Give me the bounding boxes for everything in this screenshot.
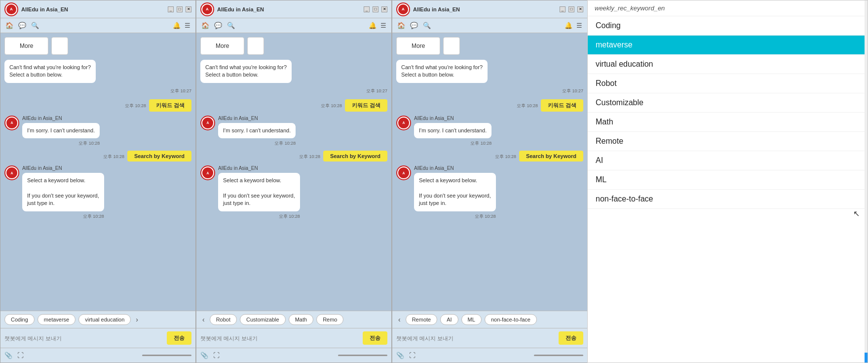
keyword-remote-3[interactable]: Remote — [406, 314, 438, 325]
titlebar-title-2: AllEdu in Asia_EN — [217, 6, 264, 12]
search-by-keyword-btn-1[interactable]: Search by Keyword — [127, 151, 191, 161]
keyword-coding-1[interactable]: Coding — [4, 314, 35, 325]
dropdown-item-customizable[interactable]: Customizable — [588, 93, 868, 113]
bot-avatar-inner-5: A — [398, 118, 409, 128]
sorry-bubble-2: I'm sorry. I can't understand. — [218, 123, 296, 138]
select-time-3: 오후 10:28 — [414, 213, 496, 220]
dropdown-item-robot[interactable]: Robot — [588, 74, 868, 93]
keywords-left-arrow-3[interactable]: ‹ — [396, 315, 403, 324]
close-btn-2[interactable]: ✕ — [381, 6, 387, 12]
dropdown-item-virtual[interactable]: virtual education — [588, 55, 868, 74]
dropdown-item-ai[interactable]: AI — [588, 151, 868, 170]
search-icon-1[interactable]: 🔍 — [31, 22, 39, 29]
expand-icon-1[interactable]: ⛶ — [17, 352, 24, 359]
keyword-search-btn-3[interactable]: 키워드 검색 — [541, 99, 583, 112]
chat-icon-3[interactable]: 💬 — [410, 22, 418, 29]
keywords-bar-1: Coding metaverse virtual education › — [0, 311, 195, 328]
chat-icon-2[interactable]: 💬 — [214, 22, 222, 29]
attachment-icon-2[interactable]: 📎 — [200, 352, 208, 359]
home-icon-2[interactable]: 🏠 — [201, 22, 209, 29]
attachment-icon-1[interactable]: 📎 — [4, 352, 12, 359]
keyword-ml-3[interactable]: ML — [461, 314, 482, 325]
more-button-small-3[interactable] — [443, 37, 460, 55]
footer-slider-2[interactable] — [338, 355, 387, 356]
chat-input-2[interactable] — [200, 335, 360, 341]
bell-icon-1[interactable]: 🔔 — [173, 22, 181, 29]
bot-avatar-1: A — [4, 116, 19, 130]
maximize-btn-2[interactable]: □ — [373, 6, 378, 12]
search-icon-2[interactable]: 🔍 — [227, 22, 235, 29]
titlebar-3: A AllEdu in Asia_EN _ □ ✕ — [392, 0, 587, 18]
more-button-1[interactable]: More — [4, 37, 48, 55]
footer-slider-1[interactable] — [142, 355, 191, 356]
search-keyword-row-2: 오후 10:28 Search by Keyword — [200, 151, 387, 161]
minimize-btn-1[interactable]: _ — [168, 6, 174, 12]
keyword-virtual-1[interactable]: virtual education — [78, 314, 131, 325]
close-btn-3[interactable]: ✕ — [577, 6, 583, 12]
bot-select-block-3: AllEdu in Asia_EN Select a keyword below… — [414, 165, 496, 220]
footer-slider-3[interactable] — [534, 355, 583, 356]
cant-find-bubble-2: Can't find what you're looking for?Selec… — [200, 60, 292, 83]
maximize-btn-3[interactable]: □ — [568, 6, 574, 12]
keyword-nonface-3[interactable]: non-face-to-face — [485, 314, 537, 325]
more-button-2[interactable]: More — [200, 37, 244, 55]
close-btn-1[interactable]: ✕ — [186, 6, 191, 12]
chat-panels-container: A AllEdu in Asia_EN _ □ ✕ 🏠 💬 🔍 🔔 ☰ — [0, 0, 587, 363]
keyword-robot-2[interactable]: Robot — [210, 314, 237, 325]
maximize-btn-1[interactable]: □ — [177, 6, 183, 12]
expand-icon-3[interactable]: ⛶ — [409, 352, 415, 359]
dropdown-item-nonface[interactable]: non-face-to-face ↖ — [588, 190, 868, 209]
attachment-icon-3[interactable]: 📎 — [396, 352, 404, 359]
select-bubble-1: Select a keyword below.If you don't see … — [22, 173, 104, 211]
minimize-btn-3[interactable]: _ — [560, 6, 566, 12]
bell-icon-3[interactable]: 🔔 — [565, 22, 572, 29]
time-3-4: 오후 10:28 — [495, 154, 516, 160]
send-btn-2[interactable]: 전송 — [363, 331, 387, 345]
bot-avatar-5: A — [396, 116, 411, 130]
menu-icon-1[interactable]: ☰ — [185, 22, 190, 29]
bot-message-row-3: Can't find what you're looking for?Selec… — [396, 60, 583, 83]
keywords-left-arrow-2[interactable]: ‹ — [200, 315, 207, 324]
titlebar-controls-2: _ □ ✕ — [364, 6, 387, 12]
menu-icon-3[interactable]: ☰ — [576, 22, 582, 29]
minimize-btn-2[interactable]: _ — [364, 6, 370, 12]
app-logo-1: A — [4, 2, 18, 16]
expand-icon-2[interactable]: ⛶ — [213, 352, 220, 359]
bot-avatar-4: A — [200, 165, 215, 180]
home-icon-1[interactable]: 🏠 — [5, 22, 13, 29]
titlebar-controls-3: _ □ ✕ — [560, 6, 583, 12]
keyword-math-2[interactable]: Math — [289, 314, 313, 325]
search-by-keyword-btn-2[interactable]: Search by Keyword — [323, 151, 387, 161]
more-button-small-2[interactable] — [247, 37, 264, 55]
keywords-bar-3: ‹ Remote AI ML non-face-to-face — [392, 311, 587, 328]
dropdown-item-metaverse[interactable]: metaverse — [588, 36, 868, 55]
keyword-remote-2[interactable]: Remo — [316, 314, 343, 325]
more-button-small-1[interactable] — [51, 37, 68, 55]
search-icon-3[interactable]: 🔍 — [423, 22, 431, 29]
chat-input-3[interactable] — [396, 335, 556, 341]
keywords-right-arrow-1[interactable]: › — [134, 315, 140, 324]
more-button-3[interactable]: More — [396, 37, 440, 55]
chat-icon-1[interactable]: 💬 — [18, 22, 26, 29]
send-btn-3[interactable]: 전송 — [559, 331, 583, 345]
dropdown-item-coding[interactable]: Coding — [588, 16, 868, 36]
search-by-keyword-btn-3[interactable]: Search by Keyword — [519, 151, 583, 161]
chat-panel-2: A AllEdu in Asia_EN _ □ ✕ 🏠 💬 🔍 🔔 ☰ — [196, 0, 392, 363]
dropdown-item-remote[interactable]: Remote — [588, 132, 868, 151]
app-logo-inner-3: A — [398, 4, 408, 14]
keyword-search-btn-1[interactable]: 키워드 검색 — [149, 99, 191, 112]
footer-3: 📎 ⛶ — [392, 348, 587, 363]
dropdown-item-math[interactable]: Math — [588, 113, 868, 132]
keyword-ai-3[interactable]: AI — [440, 314, 458, 325]
menu-icon-2[interactable]: ☰ — [380, 22, 386, 29]
footer-icons-1: 📎 ⛶ — [4, 352, 24, 359]
send-btn-1[interactable]: 전송 — [167, 331, 191, 345]
keyword-customizable-2[interactable]: Customizable — [240, 314, 286, 325]
keyword-search-btn-2[interactable]: 키워드 검색 — [345, 99, 387, 112]
dropdown-item-ml[interactable]: ML — [588, 170, 868, 190]
chat-input-1[interactable] — [4, 335, 164, 341]
bell-icon-2[interactable]: 🔔 — [369, 22, 377, 29]
cant-find-bubble-1: Can't find what you're looking for?Selec… — [4, 60, 96, 83]
keyword-metaverse-1[interactable]: metaverse — [38, 314, 75, 325]
home-icon-3[interactable]: 🏠 — [397, 22, 405, 29]
